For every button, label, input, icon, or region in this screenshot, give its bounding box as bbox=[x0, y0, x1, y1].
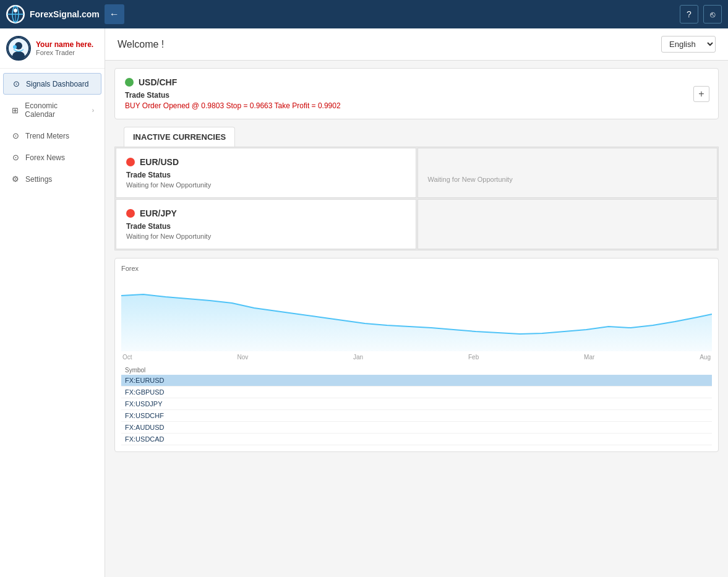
inactive-currencies-section: INACTIVE CURRENCIES EUR/USD Trade Status… bbox=[114, 127, 719, 250]
chevron-right-icon: › bbox=[92, 107, 94, 114]
trend-icon: ⊙ bbox=[11, 131, 20, 140]
avatar bbox=[6, 36, 31, 61]
main-layout: Your name here. Forex Trader ⊙ Signals D… bbox=[0, 28, 728, 577]
sidebar-item-trend-meters[interactable]: ⊙ Trend Meters bbox=[3, 126, 101, 146]
active-status-dot bbox=[125, 78, 134, 87]
welcome-text: Welcome ! bbox=[118, 39, 164, 50]
top-navigation: ForexSignal.com ← ? ⎋ bbox=[0, 0, 728, 28]
active-currency-pair: USD/CHF bbox=[139, 77, 177, 87]
inactive-status-detail-right: Waiting for New Opportunity bbox=[428, 176, 708, 183]
chart-section: Forex Oct bbox=[114, 258, 719, 452]
calendar-icon: ⊞ bbox=[11, 106, 20, 115]
list-item[interactable]: FX:AUDUSD bbox=[121, 422, 712, 434]
inactive-card-header: EUR/USD bbox=[126, 157, 406, 167]
svg-point-4 bbox=[14, 9, 17, 12]
inactive-currencies-header: INACTIVE CURRENCIES bbox=[124, 127, 235, 147]
gear-icon: ⚙ bbox=[11, 174, 20, 184]
sidebar-item-economic-calendar[interactable]: ⊞ Economic Calendar › bbox=[3, 96, 101, 124]
inactive-status-label: Trade Status bbox=[126, 171, 406, 179]
news-icon: ⊙ bbox=[11, 153, 20, 162]
chart-label-nov: Nov bbox=[237, 354, 248, 361]
chart-title: Forex bbox=[121, 265, 712, 272]
logo-icon bbox=[6, 5, 25, 24]
sidebar: Your name here. Forex Trader ⊙ Signals D… bbox=[0, 28, 105, 577]
inactive-currency-pair: EUR/JPY bbox=[140, 208, 177, 218]
inactive-status-detail: Waiting for New Opportunity bbox=[126, 181, 406, 189]
inactive-currency-pair: EUR/USD bbox=[140, 157, 179, 167]
logo-text: ForexSignal.com bbox=[30, 9, 100, 19]
back-button[interactable]: ← bbox=[105, 4, 124, 24]
inactive-status-dot bbox=[126, 209, 135, 218]
sidebar-item-forex-news[interactable]: ⊙ Forex News bbox=[3, 147, 101, 168]
list-item[interactable]: FX:USDJPY bbox=[121, 398, 712, 410]
inactive-status-dot bbox=[126, 158, 135, 166]
home-icon: ⊙ bbox=[11, 79, 21, 88]
list-item: EUR/JPY Trade Status Waiting for New Opp… bbox=[116, 199, 416, 249]
list-item: EUR/USD Trade Status Waiting for New Opp… bbox=[116, 148, 416, 198]
chart-label-feb: Feb bbox=[468, 354, 479, 361]
symbol-list: Symbol FX:EURUSD FX:GBPUSD FX:USDJPY FX:… bbox=[121, 365, 712, 445]
sidebar-item-label: Economic Calendar bbox=[25, 101, 87, 119]
nav-left: ForexSignal.com ← bbox=[6, 4, 124, 24]
chart-label-jan: Jan bbox=[353, 354, 363, 361]
chart-area bbox=[121, 277, 712, 351]
svg-marker-9 bbox=[121, 294, 712, 351]
sidebar-item-label: Settings bbox=[25, 175, 52, 184]
list-item[interactable]: FX:EURUSD bbox=[121, 375, 712, 387]
sidebar-item-settings[interactable]: ⚙ Settings bbox=[3, 169, 101, 189]
symbol-label: Symbol bbox=[121, 365, 712, 375]
list-item: Waiting for New Opportunity bbox=[418, 148, 718, 198]
chart-time-labels: Oct Nov Jan Feb Mar Aug bbox=[121, 354, 712, 361]
user-info: Your name here. Forex Trader bbox=[36, 40, 93, 56]
sidebar-item-signals-dashboard[interactable]: ⊙ Signals Dashboard bbox=[3, 73, 101, 95]
chart-label-oct: Oct bbox=[122, 354, 132, 361]
list-item bbox=[418, 199, 718, 249]
content-header: Welcome ! English Español Français Deuts… bbox=[105, 28, 728, 61]
svg-point-8 bbox=[13, 45, 17, 49]
user-profile: Your name here. Forex Trader bbox=[0, 28, 105, 69]
nav-right: ? ⎋ bbox=[680, 5, 722, 24]
sidebar-item-label: Trend Meters bbox=[25, 132, 69, 140]
inactive-status-label: Trade Status bbox=[126, 222, 406, 231]
user-name: Your name here. bbox=[36, 40, 93, 49]
sidebar-item-label: Forex News bbox=[25, 153, 65, 162]
active-trade-status-label: Trade Status bbox=[125, 91, 708, 100]
list-item[interactable]: FX:GBPUSD bbox=[121, 387, 712, 398]
sidebar-nav: ⊙ Signals Dashboard ⊞ Economic Calendar … bbox=[0, 69, 105, 194]
language-select[interactable]: English Español Français Deutsch bbox=[661, 36, 716, 53]
active-trade-status-detail: BUY Order Opened @ 0.9803 Stop = 0.9663 … bbox=[125, 101, 708, 110]
main-content: Welcome ! English Español Français Deuts… bbox=[105, 28, 728, 577]
active-trade-card: USD/CHF Trade Status BUY Order Opened @ … bbox=[114, 68, 719, 119]
sidebar-item-label: Signals Dashboard bbox=[26, 80, 88, 88]
inactive-status-detail: Waiting for New Opportunity bbox=[126, 233, 406, 240]
chart-label-mar: Mar bbox=[584, 354, 594, 361]
list-item[interactable]: FX:USDCHF bbox=[121, 410, 712, 422]
add-button[interactable]: + bbox=[693, 86, 709, 102]
user-role: Forex Trader bbox=[36, 49, 93, 56]
trade-card-header: USD/CHF bbox=[125, 77, 708, 87]
inactive-card-header: EUR/JPY bbox=[126, 208, 406, 218]
help-button[interactable]: ? bbox=[680, 5, 698, 24]
signout-button[interactable]: ⎋ bbox=[703, 5, 722, 24]
inactive-currencies-grid: EUR/USD Trade Status Waiting for New Opp… bbox=[114, 147, 719, 250]
list-item[interactable]: FX:USDCAD bbox=[121, 434, 712, 445]
chart-label-aug: Aug bbox=[700, 354, 711, 361]
